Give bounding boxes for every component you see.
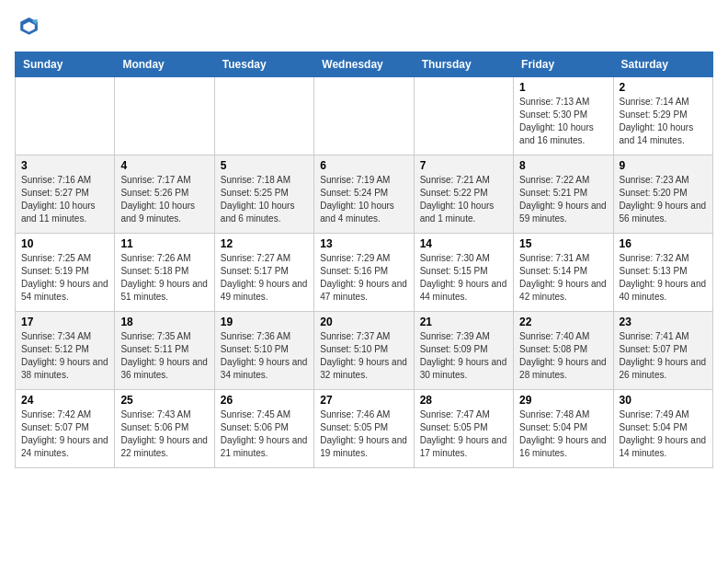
calendar-day-cell: 19Sunrise: 7:36 AM Sunset: 5:10 PM Dayli… <box>214 312 313 390</box>
day-number: 1 <box>519 81 607 94</box>
day-info: Sunrise: 7:43 AM Sunset: 5:06 PM Dayligh… <box>120 408 208 460</box>
day-info: Sunrise: 7:47 AM Sunset: 5:05 PM Dayligh… <box>420 408 507 460</box>
day-number: 5 <box>221 159 308 172</box>
day-number: 13 <box>320 237 407 250</box>
day-info: Sunrise: 7:29 AM Sunset: 5:16 PM Dayligh… <box>320 252 407 304</box>
day-info: Sunrise: 7:25 AM Sunset: 5:19 PM Dayligh… <box>21 252 108 304</box>
day-number: 21 <box>420 316 507 328</box>
day-info: Sunrise: 7:39 AM Sunset: 5:09 PM Dayligh… <box>420 330 507 382</box>
day-number: 12 <box>221 237 308 250</box>
calendar-day-cell: 5Sunrise: 7:18 AM Sunset: 5:25 PM Daylig… <box>214 155 313 234</box>
day-number: 6 <box>320 159 407 172</box>
calendar-day-cell: 28Sunrise: 7:47 AM Sunset: 5:05 PM Dayli… <box>414 390 513 468</box>
calendar-day-cell: 14Sunrise: 7:30 AM Sunset: 5:15 PM Dayli… <box>414 234 513 312</box>
day-info: Sunrise: 7:34 AM Sunset: 5:12 PM Dayligh… <box>21 330 108 382</box>
day-number: 15 <box>519 237 607 250</box>
calendar-day-cell: 2Sunrise: 7:14 AM Sunset: 5:29 PM Daylig… <box>613 77 712 155</box>
day-header-friday: Friday <box>514 52 613 77</box>
day-number: 25 <box>120 394 208 407</box>
day-number: 27 <box>320 394 407 407</box>
day-info: Sunrise: 7:19 AM Sunset: 5:24 PM Dayligh… <box>320 174 407 225</box>
calendar-day-cell: 4Sunrise: 7:17 AM Sunset: 5:26 PM Daylig… <box>115 155 214 234</box>
calendar-day-cell: 15Sunrise: 7:31 AM Sunset: 5:14 PM Dayli… <box>514 234 613 312</box>
calendar-day-cell: 23Sunrise: 7:41 AM Sunset: 5:07 PM Dayli… <box>613 312 712 390</box>
day-info: Sunrise: 7:48 AM Sunset: 5:04 PM Dayligh… <box>519 408 607 460</box>
day-info: Sunrise: 7:13 AM Sunset: 5:30 PM Dayligh… <box>519 96 607 147</box>
day-number: 16 <box>620 237 707 250</box>
calendar-day-cell: 16Sunrise: 7:32 AM Sunset: 5:13 PM Dayli… <box>613 234 712 312</box>
day-info: Sunrise: 7:18 AM Sunset: 5:25 PM Dayligh… <box>221 174 308 225</box>
day-number: 22 <box>519 316 607 328</box>
day-header-thursday: Thursday <box>414 52 513 77</box>
calendar-day-cell: 25Sunrise: 7:43 AM Sunset: 5:06 PM Dayli… <box>115 390 214 468</box>
day-number: 20 <box>320 316 407 328</box>
calendar-day-cell <box>414 77 513 155</box>
day-number: 23 <box>620 316 707 328</box>
calendar-day-cell <box>314 77 414 155</box>
calendar-week-row: 10Sunrise: 7:25 AM Sunset: 5:19 PM Dayli… <box>16 234 713 312</box>
day-header-sunday: Sunday <box>16 52 115 77</box>
day-info: Sunrise: 7:32 AM Sunset: 5:13 PM Dayligh… <box>620 252 707 304</box>
day-number: 9 <box>620 159 707 172</box>
calendar-day-cell: 26Sunrise: 7:45 AM Sunset: 5:06 PM Dayli… <box>214 390 313 468</box>
calendar-day-cell: 17Sunrise: 7:34 AM Sunset: 5:12 PM Dayli… <box>16 312 115 390</box>
day-number: 2 <box>620 81 707 94</box>
calendar-day-cell: 18Sunrise: 7:35 AM Sunset: 5:11 PM Dayli… <box>115 312 214 390</box>
day-info: Sunrise: 7:30 AM Sunset: 5:15 PM Dayligh… <box>420 252 507 304</box>
day-info: Sunrise: 7:14 AM Sunset: 5:29 PM Dayligh… <box>620 96 707 147</box>
logo-icon <box>15 15 40 40</box>
day-info: Sunrise: 7:35 AM Sunset: 5:11 PM Dayligh… <box>120 330 208 382</box>
day-header-wednesday: Wednesday <box>314 52 414 77</box>
day-info: Sunrise: 7:41 AM Sunset: 5:07 PM Dayligh… <box>620 330 707 382</box>
calendar-day-cell: 24Sunrise: 7:42 AM Sunset: 5:07 PM Dayli… <box>16 390 115 468</box>
calendar-day-cell: 9Sunrise: 7:23 AM Sunset: 5:20 PM Daylig… <box>613 155 712 234</box>
calendar-day-cell: 12Sunrise: 7:27 AM Sunset: 5:17 PM Dayli… <box>214 234 313 312</box>
calendar-week-row: 3Sunrise: 7:16 AM Sunset: 5:27 PM Daylig… <box>16 155 713 234</box>
calendar-day-cell: 30Sunrise: 7:49 AM Sunset: 5:04 PM Dayli… <box>613 390 712 468</box>
calendar-day-cell: 3Sunrise: 7:16 AM Sunset: 5:27 PM Daylig… <box>16 155 115 234</box>
calendar-day-cell: 20Sunrise: 7:37 AM Sunset: 5:10 PM Dayli… <box>314 312 414 390</box>
day-info: Sunrise: 7:42 AM Sunset: 5:07 PM Dayligh… <box>21 408 108 460</box>
calendar-week-row: 1Sunrise: 7:13 AM Sunset: 5:30 PM Daylig… <box>16 77 713 155</box>
calendar-day-cell: 29Sunrise: 7:48 AM Sunset: 5:04 PM Dayli… <box>514 390 613 468</box>
day-number: 26 <box>221 394 308 407</box>
day-header-saturday: Saturday <box>613 52 712 77</box>
calendar-table: SundayMondayTuesdayWednesdayThursdayFrid… <box>15 52 713 468</box>
calendar-day-cell <box>16 77 115 155</box>
calendar-day-cell: 22Sunrise: 7:40 AM Sunset: 5:08 PM Dayli… <box>514 312 613 390</box>
day-number: 28 <box>420 394 507 407</box>
logo <box>15 15 44 40</box>
day-info: Sunrise: 7:21 AM Sunset: 5:22 PM Dayligh… <box>420 174 507 225</box>
day-number: 19 <box>221 316 308 328</box>
calendar-day-cell: 21Sunrise: 7:39 AM Sunset: 5:09 PM Dayli… <box>414 312 513 390</box>
day-number: 4 <box>120 159 208 172</box>
day-number: 3 <box>21 159 108 172</box>
day-info: Sunrise: 7:36 AM Sunset: 5:10 PM Dayligh… <box>221 330 308 382</box>
day-info: Sunrise: 7:37 AM Sunset: 5:10 PM Dayligh… <box>320 330 407 382</box>
day-number: 8 <box>519 159 607 172</box>
calendar-day-cell <box>214 77 313 155</box>
calendar-day-cell <box>115 77 214 155</box>
day-header-tuesday: Tuesday <box>214 52 313 77</box>
day-info: Sunrise: 7:31 AM Sunset: 5:14 PM Dayligh… <box>519 252 607 304</box>
day-number: 14 <box>420 237 507 250</box>
calendar-day-cell: 13Sunrise: 7:29 AM Sunset: 5:16 PM Dayli… <box>314 234 414 312</box>
day-info: Sunrise: 7:26 AM Sunset: 5:18 PM Dayligh… <box>120 252 208 304</box>
day-number: 30 <box>620 394 707 407</box>
day-number: 7 <box>420 159 507 172</box>
day-info: Sunrise: 7:16 AM Sunset: 5:27 PM Dayligh… <box>21 174 108 225</box>
day-number: 11 <box>120 237 208 250</box>
calendar-day-cell: 7Sunrise: 7:21 AM Sunset: 5:22 PM Daylig… <box>414 155 513 234</box>
calendar-header-row: SundayMondayTuesdayWednesdayThursdayFrid… <box>16 52 713 77</box>
calendar-week-row: 24Sunrise: 7:42 AM Sunset: 5:07 PM Dayli… <box>16 390 713 468</box>
day-info: Sunrise: 7:22 AM Sunset: 5:21 PM Dayligh… <box>519 174 607 225</box>
calendar-day-cell: 6Sunrise: 7:19 AM Sunset: 5:24 PM Daylig… <box>314 155 414 234</box>
calendar-day-cell: 10Sunrise: 7:25 AM Sunset: 5:19 PM Dayli… <box>16 234 115 312</box>
day-info: Sunrise: 7:49 AM Sunset: 5:04 PM Dayligh… <box>620 408 707 460</box>
day-info: Sunrise: 7:45 AM Sunset: 5:06 PM Dayligh… <box>221 408 308 460</box>
day-number: 17 <box>21 316 108 328</box>
day-info: Sunrise: 7:40 AM Sunset: 5:08 PM Dayligh… <box>519 330 607 382</box>
page-header <box>15 15 713 40</box>
day-number: 29 <box>519 394 607 407</box>
day-number: 18 <box>120 316 208 328</box>
